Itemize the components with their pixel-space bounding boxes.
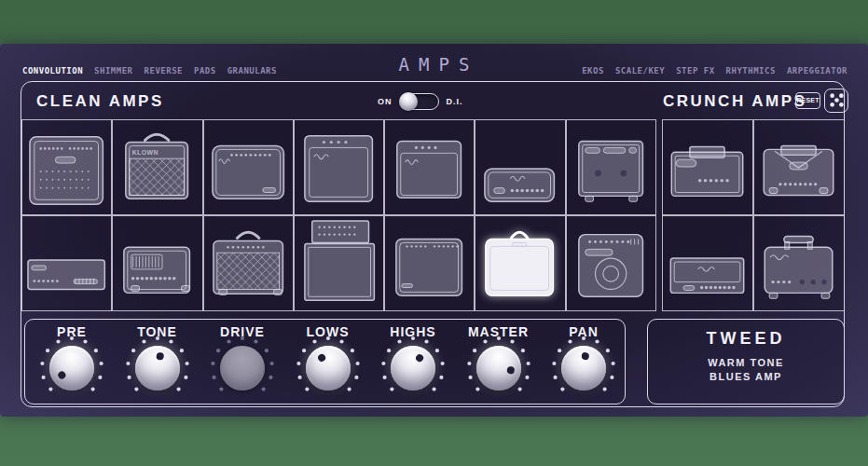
title-bar: CONVOLUTIONSHIMMERREVERSEPADSGRANULARS A… xyxy=(0,44,868,81)
toggle-on-label: ON xyxy=(378,97,393,106)
knob-indicator xyxy=(316,352,326,363)
di-toggle[interactable] xyxy=(400,93,439,110)
di-toggle-group: ON D.I. xyxy=(378,93,463,110)
nav-item-step-fx[interactable]: STEP FX xyxy=(676,66,714,75)
knob-indicator xyxy=(57,370,67,380)
desktop-background: CONVOLUTIONSHIMMERREVERSEPADSGRANULARS A… xyxy=(0,0,868,466)
knob-indicator xyxy=(415,353,425,363)
selected-amp-panel: TWEED WARM TONE BLUES AMP xyxy=(647,319,845,404)
toggle-di-label: D.I. xyxy=(447,97,463,106)
knob-indicator xyxy=(155,352,163,361)
knob-pan[interactable]: PAN xyxy=(539,320,628,403)
dice-five-icon xyxy=(826,89,847,111)
amp-controls-panel: PRETONEDRIVELOWSHIGHSMASTERPAN xyxy=(24,319,626,404)
clean-amp-14[interactable] xyxy=(566,215,656,311)
amps-panel: CLEAN AMPS ON D.I. CRUNCH AMPS RESET KLO… xyxy=(21,81,845,407)
clean-amp-3[interactable] xyxy=(203,119,294,215)
clean-amp-6[interactable] xyxy=(475,119,565,215)
clean-amp-1[interactable] xyxy=(21,119,112,215)
nav-item-ekos[interactable]: EKOS xyxy=(582,66,604,75)
nav-item-arpeggiator[interactable]: ARPEGGIATOR xyxy=(787,66,847,75)
randomize-dice-button[interactable] xyxy=(824,89,848,113)
knob-dial-pan[interactable] xyxy=(561,346,606,391)
knob-drive: DRIVE xyxy=(198,320,287,403)
clean-amp-7[interactable] xyxy=(566,119,656,215)
svg-text:KLOWN: KLOWN xyxy=(132,149,158,156)
knob-master[interactable]: MASTER xyxy=(454,320,544,403)
selected-amp-description: WARM TONE BLUES AMP xyxy=(648,356,844,384)
knob-dial-highs[interactable] xyxy=(391,346,435,391)
knob-pre[interactable]: PRE xyxy=(27,320,117,403)
knob-indicator xyxy=(506,366,515,375)
reset-button[interactable]: RESET xyxy=(795,92,820,109)
knob-dial-master[interactable] xyxy=(476,346,521,391)
crunch-amps-title: CRUNCH AMPS xyxy=(663,92,806,111)
clean-amp-4[interactable] xyxy=(294,119,384,215)
clean-amps-grid: KLOWN xyxy=(21,119,656,311)
knob-dial-pre[interactable] xyxy=(49,346,94,391)
clean-amp-13-tweed[interactable] xyxy=(475,215,565,311)
clean-amp-5[interactable] xyxy=(384,119,475,215)
crunch-amp-4[interactable] xyxy=(753,215,845,311)
crunch-amps-grid xyxy=(662,119,845,311)
nav-item-scale-key[interactable]: SCALE/KEY xyxy=(615,66,665,75)
clean-amp-2[interactable]: KLOWN xyxy=(112,119,202,215)
clean-amps-title: CLEAN AMPS xyxy=(36,92,164,111)
nav-item-rhythmics[interactable]: RHYTHMICS xyxy=(726,66,776,75)
knob-dial-tone[interactable] xyxy=(135,346,180,391)
toggle-knob[interactable] xyxy=(399,92,418,111)
clean-amp-12[interactable] xyxy=(384,215,475,311)
knob-highs[interactable]: HIGHS xyxy=(368,320,458,403)
knob-lows[interactable]: LOWS xyxy=(283,320,373,403)
knob-dial-drive xyxy=(220,346,265,391)
selected-amp-name: TWEED xyxy=(648,329,844,349)
knob-tone[interactable]: TONE xyxy=(113,320,202,403)
selected-amp-desc-line1: WARM TONE xyxy=(648,356,844,370)
clean-amp-8[interactable] xyxy=(21,215,112,311)
clean-amp-10[interactable] xyxy=(203,215,294,311)
clean-amp-9[interactable] xyxy=(112,215,202,311)
crunch-amp-3[interactable] xyxy=(662,215,753,311)
selected-amp-desc-line2: BLUES AMP xyxy=(648,370,844,384)
knob-indicator xyxy=(581,352,589,361)
clean-amp-11[interactable] xyxy=(294,215,384,311)
plugin-window: CONVOLUTIONSHIMMERREVERSEPADSGRANULARS A… xyxy=(0,44,868,417)
crunch-amp-1[interactable] xyxy=(662,119,753,215)
crunch-amp-2[interactable] xyxy=(753,119,845,215)
knob-dial-lows[interactable] xyxy=(306,346,351,391)
nav-right: EKOSSCALE/KEYSTEP FXRHYTHMICSARPEGGIATOR xyxy=(582,66,847,75)
